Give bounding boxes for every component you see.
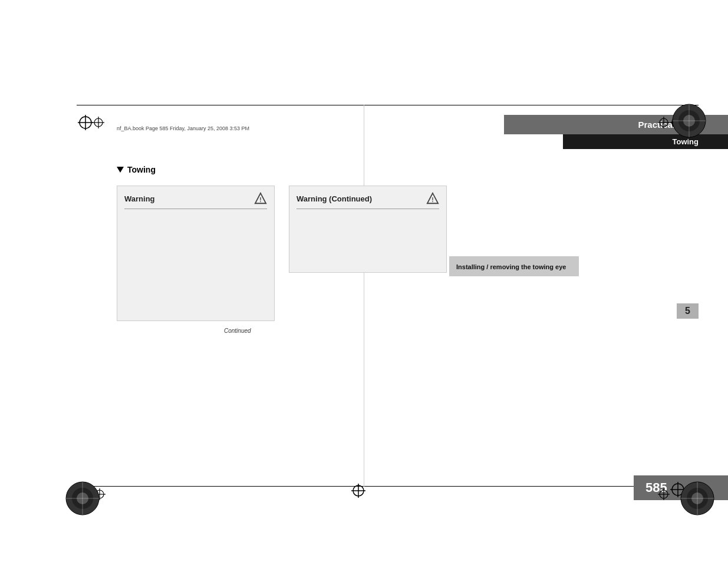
reg-mark-center-bottom xyxy=(351,483,366,498)
top-rule xyxy=(77,105,699,105)
reg-mark-top-left-inner xyxy=(92,116,105,129)
warning-icon-right: ! xyxy=(426,192,439,205)
towing-heading-text: Towing xyxy=(127,165,156,174)
center-rule xyxy=(364,105,364,487)
reg-mark-top-right-inner xyxy=(657,116,670,129)
file-info: nf_BA.book Page 585 Friday, January 25, … xyxy=(117,125,249,131)
towing-heading: Towing xyxy=(117,165,156,174)
chapter-box: 5 xyxy=(677,303,699,319)
svg-text:!: ! xyxy=(431,197,433,203)
install-box-text: Installing / removing the towing eye xyxy=(456,263,566,270)
install-box: Installing / removing the towing eye xyxy=(449,256,579,276)
decorative-circle-bottom-left xyxy=(65,481,100,516)
warning-box-left-header: Warning ! xyxy=(124,192,267,209)
warning-label-left: Warning xyxy=(124,194,155,203)
warning-box-left: Warning ! xyxy=(117,186,275,321)
bottom-rule xyxy=(77,486,699,487)
warning-box-right: Warning (Continued) ! xyxy=(289,186,447,273)
chapter-number: 5 xyxy=(685,306,690,316)
warning-label-right: Warning (Continued) xyxy=(297,194,372,203)
reg-mark-bottom-right-inner xyxy=(657,488,670,501)
svg-text:!: ! xyxy=(259,197,261,203)
towing-triangle-icon xyxy=(117,167,124,173)
continued-text: Continued xyxy=(224,328,251,334)
decorative-circle-top-right xyxy=(671,103,707,138)
warning-box-right-header: Warning (Continued) ! xyxy=(297,192,439,209)
warning-icon-left: ! xyxy=(254,192,267,205)
decorative-circle-bottom-right xyxy=(680,481,715,516)
